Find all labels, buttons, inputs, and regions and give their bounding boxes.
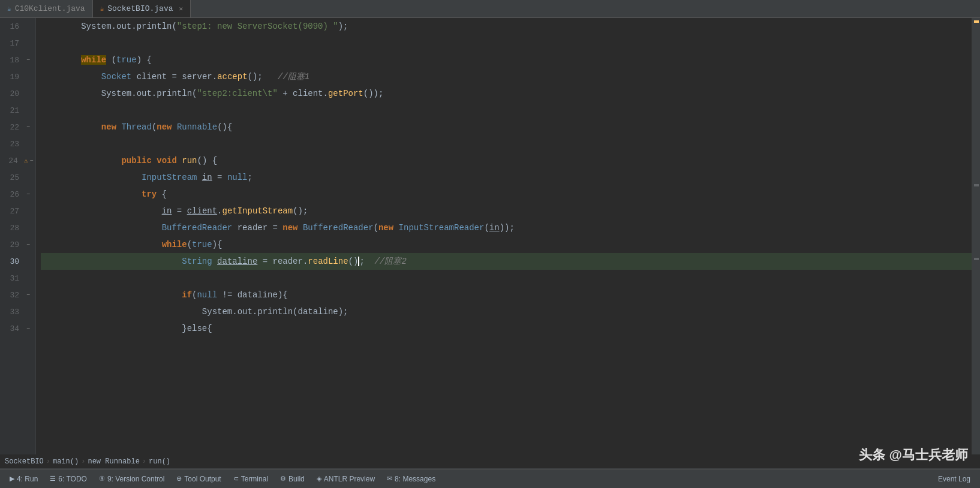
breadcrumb-item-1[interactable]: main() (53, 457, 79, 466)
gutter-row-25: 25 (0, 169, 35, 186)
breadcrumb-item-2[interactable]: new Runnable (88, 457, 139, 466)
build-label: Build (288, 475, 305, 483)
code-line-26: try { (41, 186, 972, 203)
right-sidebar[interactable] (972, 18, 980, 454)
breadcrumb-item-0[interactable]: SocketBIO (5, 457, 44, 466)
breadcrumb-sep-0: › (46, 457, 50, 466)
code-line-17 (41, 35, 972, 52)
editor-area: 16 17 18 − 19 20 21 22 − (0, 18, 980, 454)
code-29-content: while(true){ (41, 240, 222, 249)
tab-c10k[interactable]: ☕ C10Kclient.java (0, 0, 93, 17)
gutter-row-27: 27 (0, 203, 35, 219)
tool-output-button[interactable]: ⊕ Tool Output (172, 473, 226, 485)
code-25-content: InputStream in = null; (41, 173, 252, 182)
tab-bar: ☕ C10Kclient.java ☕ SocketBIO.java ✕ (0, 0, 980, 18)
gutter-row-30: 30 (0, 253, 35, 270)
code-area[interactable]: System.out.println("step1: new ServerSoc… (36, 18, 972, 454)
tab-socketbio[interactable]: ☕ SocketBIO.java ✕ (93, 0, 191, 17)
gutter-row-29: 29 − (0, 236, 35, 253)
gutter-row-19: 19 (0, 68, 35, 85)
code-30-content: String dataline = reader.readLine(); //阻… (41, 256, 407, 267)
code-26-content: try { (41, 189, 167, 199)
code-20-content: System.out.println("step2:client\t" + cl… (41, 89, 383, 98)
gutter-row-33: 33 (0, 303, 35, 320)
gutter-row-20: 20 (0, 85, 35, 102)
line-num-34: 34 (0, 324, 24, 333)
code-line-21 (41, 102, 972, 119)
code-line-33: System.out.println(dataline); (41, 303, 972, 320)
breadcrumb-item-3[interactable]: run() (149, 457, 170, 466)
fold-26[interactable]: − (24, 191, 32, 198)
event-log-button[interactable]: Event Log (933, 473, 975, 485)
code-33-content: System.out.println(dataline); (41, 307, 348, 317)
run-button[interactable]: ▶ 4: Run (5, 473, 43, 485)
todo-icon: ☰ (50, 475, 56, 483)
scroll-bot-indicator (974, 258, 979, 260)
gutter-row-24: 24 ⚠ − (0, 152, 35, 169)
fold-29[interactable]: − (24, 242, 32, 248)
todo-label: 6: TODO (58, 475, 87, 483)
build-button[interactable]: ⚙ Build (275, 473, 309, 485)
antlr-label: ANTLR Preview (324, 475, 375, 483)
fold-24[interactable]: − (28, 158, 35, 164)
terminal-icon: ⊂ (233, 475, 239, 483)
code-line-29: while(true){ (41, 236, 972, 253)
code-27-content: in = client.getInputStream(); (41, 206, 308, 216)
code-24-content: public void run() { (41, 156, 217, 165)
bottom-toolbar: ▶ 4: Run ☰ 6: TODO ⑨ 9: Version Control … (0, 469, 980, 488)
line-num-31: 31 (0, 274, 24, 283)
gutter-row-32: 32 − (0, 287, 35, 303)
vc-label: 9: Version Control (107, 475, 164, 483)
fold-32[interactable]: − (24, 292, 32, 299)
gutter-row-18: 18 − (0, 52, 35, 68)
tab-c10k-label: C10Kclient.java (15, 4, 85, 13)
todo-button[interactable]: ☰ 6: TODO (45, 473, 92, 485)
line-num-30: 30 (0, 257, 24, 266)
messages-button[interactable]: ✉ 8: Messages (382, 473, 440, 485)
event-log-label: Event Log (938, 475, 970, 483)
line-num-19: 19 (0, 73, 24, 82)
code-line-30: String dataline = reader.readLine(); //阻… (41, 253, 972, 270)
line-num-32: 32 (0, 291, 24, 300)
vc-icon: ⑨ (99, 475, 105, 483)
line-num-33: 33 (0, 308, 24, 317)
gutter-row-23: 23 (0, 135, 35, 152)
line-num-20: 20 (0, 89, 24, 98)
gutter-row-31: 31 (0, 270, 35, 287)
fold-34[interactable]: − (24, 326, 32, 332)
messages-label: 8: Messages (395, 475, 435, 483)
terminal-label: Terminal (241, 475, 268, 483)
breadcrumb-sep-1: › (81, 457, 85, 466)
code-line-32: if(null != dataline){ (41, 287, 972, 303)
gutter-row-26: 26 − (0, 186, 35, 203)
scroll-top-indicator (974, 20, 979, 23)
tab-socketbio-close[interactable]: ✕ (179, 5, 184, 13)
line-num-16: 16 (0, 22, 24, 31)
tab-socketbio-label: SocketBIO.java (107, 4, 173, 13)
version-control-button[interactable]: ⑨ 9: Version Control (94, 473, 169, 485)
code-22-content: new Thread(new Runnable(){ (41, 122, 232, 132)
code-19-content: Socket client = server.accept(); //阻塞1 (41, 71, 309, 82)
terminal-button[interactable]: ⊂ Terminal (229, 473, 273, 485)
line-num-27: 27 (0, 207, 24, 216)
build-icon: ⚙ (280, 475, 286, 483)
gutter-row-16: 16 (0, 18, 35, 35)
code-line-18: while (true) { (41, 52, 972, 68)
gutter-row-17: 17 (0, 35, 35, 52)
code-28-content: BufferedReader reader = new BufferedRead… (41, 223, 515, 233)
breadcrumb-sep-2: › (142, 457, 146, 466)
code-32-content: if(null != dataline){ (41, 290, 288, 300)
antlr-button[interactable]: ◈ ANTLR Preview (312, 473, 380, 485)
code-line-34: }else{ (41, 320, 972, 337)
fold-18[interactable]: − (24, 57, 32, 64)
messages-icon: ✉ (387, 475, 392, 483)
line-num-24: 24 (0, 156, 23, 165)
gutter: 16 17 18 − 19 20 21 22 − (0, 18, 36, 454)
fold-22[interactable]: − (24, 124, 32, 131)
antlr-icon: ◈ (317, 475, 321, 483)
code-line-25: InputStream in = null; (41, 169, 972, 186)
breadcrumb-bar: SocketBIO › main() › new Runnable › run(… (0, 454, 980, 469)
line-num-28: 28 (0, 224, 24, 233)
code-line-16: System.out.println("step1: new ServerSoc… (41, 18, 972, 35)
code-line-19: Socket client = server.accept(); //阻塞1 (41, 68, 972, 85)
